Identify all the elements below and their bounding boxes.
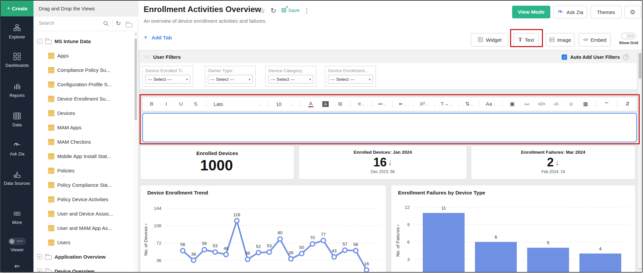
insert-link-icon[interactable]: ⧟ [522,99,531,109]
kpi-card-enrolled-devices[interactable]: Enrolled Devices 1000 [140,146,294,179]
scroll-down-icon[interactable]: ▼ [638,268,642,271]
create-button[interactable]: + Create [1,1,33,16]
drag-handle-icon[interactable]: ∷∷ [144,54,150,59]
indent-icon[interactable]: ⇤⌄ [399,99,407,109]
filter-select[interactable]: --- Select ---▾ [328,75,373,84]
code-view-icon[interactable]: </> [537,99,546,109]
insert-image-button[interactable]: Image [546,33,575,46]
refresh-views-icon[interactable]: ↻ [116,20,121,27]
scrollbar-thumb[interactable] [639,53,641,79]
insert-text-button[interactable]: T Text [513,33,539,46]
insert-table-icon[interactable]: ▦ [581,99,590,109]
scrollbar-thumb[interactable] [135,38,137,120]
tree-table-item[interactable]: Users [33,235,134,250]
strikethrough-icon[interactable]: S [191,99,200,109]
underline-icon[interactable]: U [177,99,185,109]
kpi-card-enrolled-jan-2024[interactable]: Enrolled Devices: Jan 2024 16↓ Dec 2023:… [299,146,467,179]
enrollment-failures-chart[interactable]: Enrollment Failures by Device Type 36912… [391,185,635,273]
auto-add-filters-checkbox[interactable]: ✓ [562,54,567,60]
font-family-select[interactable]: Lato⌄ [212,99,262,109]
sidebar-item-data[interactable]: Data [1,112,33,128]
text-widget-editor-area[interactable] [142,113,637,142]
folder-view-icon[interactable] [126,23,132,27]
insert-widget-button[interactable]: Widget [471,33,508,46]
format-painter-icon[interactable]: ⧉ [336,99,344,109]
italic-icon[interactable]: I [162,99,171,109]
text-direction-icon[interactable]: T→⌄ [440,99,453,109]
tree-table-item[interactable]: Compliance Policy Su... [33,63,134,77]
more-options-kebab-icon[interactable]: ⋮ [304,7,310,14]
tree-table-item[interactable]: User and MAM App As... [33,221,134,235]
tree-table-item[interactable]: Apps [33,48,134,63]
filter-select[interactable]: --- Select ---▾ [208,75,253,84]
search-icon[interactable] [103,21,109,26]
superscript-icon[interactable]: X²⌄ [420,99,428,109]
tree-table-item[interactable]: MAM Checkins [33,135,134,149]
search-input[interactable]: Search [39,20,54,26]
view-mode-button[interactable]: View Mode [512,6,550,18]
sidebar-item-explorer[interactable]: Explorer [1,24,33,40]
tree-table-item[interactable]: User and Device Assoc... [33,207,134,221]
themes-button[interactable]: Themes [590,6,622,18]
editor-toolbar: BIUSLato⌄10⌄AA⧉≡⌄≔⌄⇤⌄X²⌄T→⌄⇅⌄Aa⌄▣⧟</>‹/›… [142,97,637,111]
tree-table-item[interactable]: MAM Apps [33,120,134,135]
viewer-toggle[interactable]: OFF [8,238,26,245]
tree-table-item[interactable]: Policy Device Activities [33,192,134,207]
blockquote-icon[interactable]: ”” [602,99,611,109]
ask-zia-button[interactable]: Ask Zia [554,6,587,18]
app-sidebar: + Create Explorer Dashboards Reports Dat… [1,1,33,272]
chart-title: Device Enrollment Trend [147,190,208,196]
tree-table-item[interactable]: Policy Compliance Sta... [33,178,134,192]
sidebar-item-reports[interactable]: Reports [1,83,33,99]
scroll-up-icon[interactable]: ▲ [134,32,138,35]
font-style-icon[interactable]: Aa⌄ [486,99,496,109]
svg-text:No. of Devices ›: No. of Devices › [143,224,148,256]
main-scrollbar[interactable]: ▼ [638,51,642,271]
tree-table-item[interactable]: Policies [33,163,134,178]
filter-select[interactable]: --- Select ---▾ [268,75,313,84]
sidebar-item-more[interactable]: More [1,210,33,226]
embed-code-icon[interactable]: ‹/› [552,99,561,109]
settings-gear-button[interactable]: ⚙ [624,6,641,18]
add-tab-button[interactable]: + Add Tab [144,34,172,41]
font-color-icon[interactable]: A [306,99,315,109]
tree-table-item[interactable]: Devices [33,106,134,120]
refresh-icon[interactable]: ↻ [270,7,276,15]
tree-table-item[interactable]: Device Enrollment Su... [33,92,134,106]
svg-text:4: 4 [599,246,602,251]
kpi-card-enrollment-failures-mar-2024[interactable]: Enrollment Failures: Mar 2024 2↓ Feb 202… [471,146,635,179]
filter-select[interactable]: --- Select ---▾ [145,75,190,84]
expand-toggle-icon[interactable]: + [37,269,42,272]
font-size-select[interactable]: 10⌄ [275,99,294,109]
svg-text:36: 36 [156,258,161,263]
sidebar-item-data-sources[interactable]: Data Sources [1,170,33,186]
tree-folder-item[interactable]: +Device Overview [33,264,134,272]
panel-scrollbar[interactable]: ▲ [134,32,138,271]
tree-table-item[interactable]: Mobile App Install Stat... [33,149,134,163]
sidebar-item-viewer[interactable]: OFF Viewer [1,238,33,253]
sidebar-item-dashboards[interactable]: Dashboards [1,52,33,68]
insert-image-icon[interactable]: ▣ [508,99,516,109]
spacing-icon[interactable]: ⇵ [623,99,632,109]
show-grid-toggle[interactable]: OFF [621,32,636,39]
toolbar-separator [413,101,414,108]
highlight-color-icon[interactable]: A [321,99,330,109]
tree-table-item[interactable]: Configuration Profile S... [33,77,134,92]
emoji-icon[interactable]: ☺ [567,99,575,109]
bold-icon[interactable]: B [147,99,156,109]
align-icon[interactable]: ≡⌄ [357,99,366,109]
insert-embed-button[interactable]: </> Embed [579,33,611,46]
tree-folder-item[interactable]: +Application Overview [33,250,134,264]
save-button[interactable]: Save [281,7,300,13]
help-icon[interactable]: ? [623,54,629,60]
bullet-list-icon[interactable]: ≔⌄ [378,99,386,109]
expand-toggle-icon[interactable]: + [37,254,42,259]
expand-toggle-icon[interactable]: − [37,39,42,44]
user-filters-header[interactable]: ∷∷ User Filters ✓ Auto Add User Filters … [140,51,637,63]
favorite-star-icon[interactable]: ☆ [259,7,265,15]
sidebar-item-ask-zia[interactable]: Ask Zia [1,141,33,157]
line-height-icon[interactable]: ⇅⌄ [465,99,474,109]
collapse-sidebar-icon[interactable]: ⇐ [1,262,33,270]
device-enrollment-trend-chart[interactable]: Device Enrollment Trend 3672108144No. of… [140,185,386,273]
tree-folder-root[interactable]: −MS Intune Data [33,34,134,48]
